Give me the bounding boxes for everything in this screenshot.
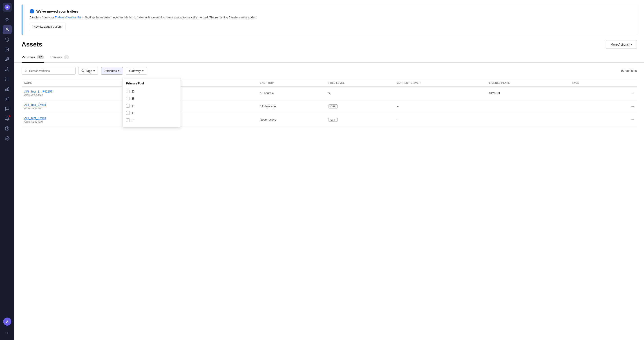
checkbox-t[interactable] <box>126 118 130 122</box>
dropdown-option-g[interactable]: G <box>122 109 180 117</box>
sidebar-item-bug[interactable] <box>3 94 12 103</box>
dropdown-option-t[interactable]: T <box>122 117 180 124</box>
svg-rect-22 <box>8 87 9 91</box>
search-input[interactable] <box>29 69 73 73</box>
attributes-filter-button[interactable]: Attributes ▾ <box>101 67 123 75</box>
sidebar-item-shield[interactable] <box>3 35 12 44</box>
gateway-chevron-icon: ▾ <box>142 69 144 73</box>
banner-title: i We've moved your trailers <box>30 9 630 13</box>
col-last-trip: LAST TRIP <box>257 79 326 86</box>
vehicles-table: NAME LOCATION LAST TRIP FUEL LEVEL CURRE… <box>22 79 637 126</box>
sidebar-item-network[interactable] <box>3 65 12 74</box>
svg-line-28 <box>26 71 27 72</box>
sidebar-item-list[interactable] <box>3 75 12 84</box>
sidebar-logo[interactable] <box>3 3 12 12</box>
dropdown-option-d[interactable]: D <box>122 88 180 95</box>
status-cell: OFF <box>326 113 394 126</box>
svg-rect-20 <box>6 89 6 91</box>
attributes-chevron-icon: ▾ <box>118 69 120 73</box>
svg-rect-21 <box>7 88 8 91</box>
svg-point-26 <box>7 138 8 139</box>
sidebar-item-wrench[interactable] <box>3 55 12 64</box>
svg-line-12 <box>6 70 7 70</box>
tabs-bar: Vehicles 97 Trailers 6 <box>14 52 644 63</box>
checkbox-f[interactable] <box>126 104 130 108</box>
tags-cell <box>569 100 609 113</box>
search-wrap[interactable] <box>22 67 76 75</box>
checkbox-g[interactable] <box>126 111 130 115</box>
sidebar-item-settings[interactable] <box>3 134 12 143</box>
sidebar-collapse-button[interactable]: ‹ <box>3 328 12 337</box>
svg-point-4 <box>6 28 8 30</box>
col-fuel-level: FUEL LEVEL <box>326 79 394 86</box>
last-trip-cell: 16 hours a <box>257 86 326 100</box>
chevron-down-icon: ▾ <box>630 43 632 46</box>
tab-trailers-count: 6 <box>64 55 69 59</box>
tab-trailers[interactable]: Trailers 6 <box>51 52 69 63</box>
info-icon: i <box>30 9 34 13</box>
svg-point-18 <box>5 79 6 79</box>
more-actions-button[interactable]: More Actions ▾ <box>606 40 637 49</box>
col-tags: TAGS <box>569 79 609 86</box>
status-badge: OFF <box>328 104 338 109</box>
sidebar-item-help[interactable] <box>3 124 12 133</box>
last-trip-cell: Never active <box>257 113 326 126</box>
notification-badge <box>8 115 11 117</box>
dropdown-option-f[interactable]: F <box>122 102 180 109</box>
svg-point-2 <box>6 18 8 21</box>
tab-vehicles-count: 97 <box>37 55 44 59</box>
dropdown-option-e[interactable]: E <box>122 95 180 102</box>
vehicle-id: GKNV-RPG-DA8 <box>24 94 125 97</box>
sidebar-item-clipboard[interactable] <box>3 45 12 54</box>
tags-filter-button[interactable]: Tags ▾ <box>78 67 98 75</box>
tags-chevron-icon: ▾ <box>93 69 95 73</box>
page-header: Assets More Actions ▾ <box>14 35 644 49</box>
moved-trailers-banner: i We've moved your trailers 6 trailers f… <box>22 4 637 35</box>
vehicle-name-link[interactable]: API_Test_2-Wall <box>24 103 46 106</box>
svg-point-9 <box>6 70 6 71</box>
sidebar-avatar[interactable]: A <box>3 318 11 326</box>
svg-point-10 <box>8 70 9 71</box>
vehicle-name-link[interactable]: API_Test_3-Wall <box>24 116 46 120</box>
filters-bar: Tags ▾ Attributes ▾ Gateway ▾ 97 vehicle… <box>14 63 644 79</box>
sidebar-item-chart[interactable] <box>3 84 12 93</box>
row-actions-cell[interactable]: ··· <box>609 100 637 113</box>
svg-point-8 <box>7 68 8 68</box>
dropdown-section-title: Primary Fuel <box>122 82 180 88</box>
svg-point-17 <box>5 78 6 78</box>
tab-vehicles[interactable]: Vehicles 97 <box>22 52 44 63</box>
review-added-trailers-button[interactable]: Review added trailers <box>30 23 66 30</box>
vehicles-table-container: NAME LOCATION LAST TRIP FUEL LEVEL CURRE… <box>14 79 644 126</box>
sidebar-item-bell[interactable] <box>3 114 12 123</box>
tags-cell <box>569 86 609 100</box>
svg-point-27 <box>25 70 26 71</box>
search-icon <box>24 69 28 72</box>
driver-cell <box>394 86 486 100</box>
attributes-dropdown: Primary Fuel D E F G T <box>122 78 181 128</box>
main-content: i We've moved your trailers 6 trailers f… <box>14 0 644 340</box>
last-trip-cell: 19 days ago <box>257 100 326 113</box>
checkbox-d[interactable] <box>126 90 130 93</box>
vehicle-name-link[interactable]: API_Test_1 – F42257 <box>24 90 52 93</box>
checkbox-e[interactable] <box>126 97 130 100</box>
driver-cell <box>486 100 569 113</box>
sidebar-item-chat[interactable] <box>3 104 12 113</box>
fuel-level-cell: – <box>394 100 486 113</box>
col-license-plate: LICENSE PLATE <box>486 79 569 86</box>
license-plate-cell: 01266J1 <box>486 86 569 100</box>
vehicle-name-cell: API_Test_3-Wall GNNH-ZRC-SUT <box>22 113 128 126</box>
fuel-level-cell: – <box>394 113 486 126</box>
vehicle-id: GNNH-ZRC-SUT <box>24 120 125 123</box>
row-actions-cell[interactable]: ··· <box>609 113 637 126</box>
driver-cell <box>486 113 569 126</box>
trailers-assets-link[interactable]: Trailers & Assets list <box>55 16 81 19</box>
tags-cell <box>569 113 609 126</box>
table-row: API_Test_2-Wall G72K-2KW-BBC San Francis… <box>22 100 637 113</box>
gateway-filter-button[interactable]: Gateway ▾ <box>126 67 147 75</box>
vehicle-name-cell: API_Test_2-Wall G72K-2KW-BBC <box>22 100 128 113</box>
status-badge: OFF <box>328 118 338 122</box>
banner-description: 6 trailers from your Trailers & Assets l… <box>30 15 630 20</box>
row-actions-cell[interactable]: ··· <box>609 86 637 100</box>
sidebar-item-search[interactable] <box>3 15 12 24</box>
sidebar-item-people[interactable] <box>3 25 12 34</box>
